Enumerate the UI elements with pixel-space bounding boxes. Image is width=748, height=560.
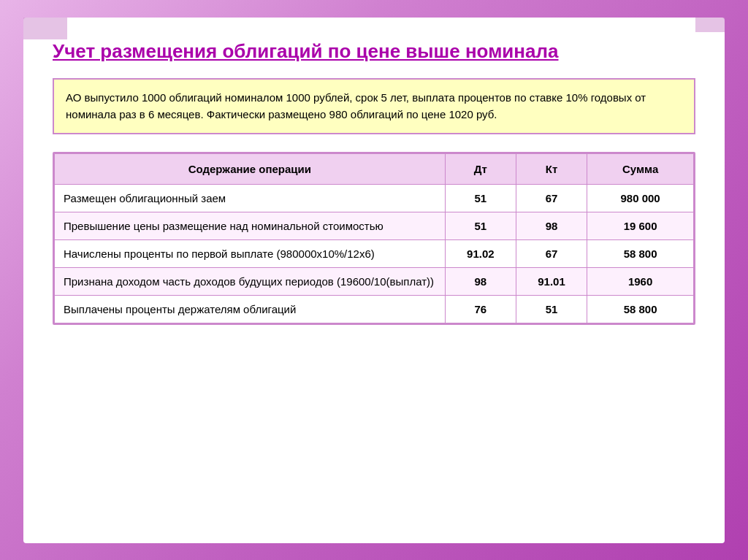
- accounting-table: Содержание операции Дт Кт Сумма Размещен…: [54, 153, 694, 323]
- operation-cell: Размещен облигационный заем: [55, 185, 446, 212]
- operation-cell: Признана доходом часть доходов будущих п…: [55, 268, 446, 296]
- kt-cell: 67: [516, 240, 587, 268]
- dt-cell: 98: [445, 268, 516, 296]
- kt-cell: 91.01: [516, 268, 587, 296]
- sum-cell: 1960: [587, 268, 694, 296]
- info-box: АО выпустило 1000 облигаций номиналом 10…: [53, 78, 695, 134]
- dt-cell: 51: [445, 185, 516, 212]
- dt-cell: 91.02: [445, 240, 516, 268]
- sum-cell: 58 800: [587, 296, 694, 323]
- bg-decoration-top-left: [23, 18, 67, 39]
- bg-decoration-top-right: [695, 18, 725, 32]
- operation-cell: Выплачены проценты держателям облигаций: [55, 296, 446, 323]
- table-wrapper: Содержание операции Дт Кт Сумма Размещен…: [53, 152, 695, 325]
- table-row: Выплачены проценты держателям облигаций …: [55, 296, 694, 323]
- kt-cell: 51: [516, 296, 587, 323]
- slide-title: Учет размещения облигаций по цене выше н…: [53, 39, 695, 64]
- slide-container: Учет размещения облигаций по цене выше н…: [23, 18, 725, 543]
- table-header-row: Содержание операции Дт Кт Сумма: [55, 154, 694, 185]
- header-dt: Дт: [445, 154, 516, 185]
- operation-cell: Начислены проценты по первой выплате (98…: [55, 240, 446, 268]
- sum-cell: 980 000: [587, 185, 694, 212]
- sum-cell: 58 800: [587, 240, 694, 268]
- kt-cell: 67: [516, 185, 587, 212]
- table-row: Признана доходом часть доходов будущих п…: [55, 268, 694, 296]
- kt-cell: 98: [516, 212, 587, 240]
- operation-cell: Превышение цены размещение над номинальн…: [55, 212, 446, 240]
- dt-cell: 76: [445, 296, 516, 323]
- table-row: Превышение цены размещение над номинальн…: [55, 212, 694, 240]
- sum-cell: 19 600: [587, 212, 694, 240]
- header-kt: Кт: [516, 154, 587, 185]
- dt-cell: 51: [445, 212, 516, 240]
- table-row: Начислены проценты по первой выплате (98…: [55, 240, 694, 268]
- header-sum: Сумма: [587, 154, 694, 185]
- table-row: Размещен облигационный заем 51 67 980 00…: [55, 185, 694, 212]
- header-operation: Содержание операции: [55, 154, 446, 185]
